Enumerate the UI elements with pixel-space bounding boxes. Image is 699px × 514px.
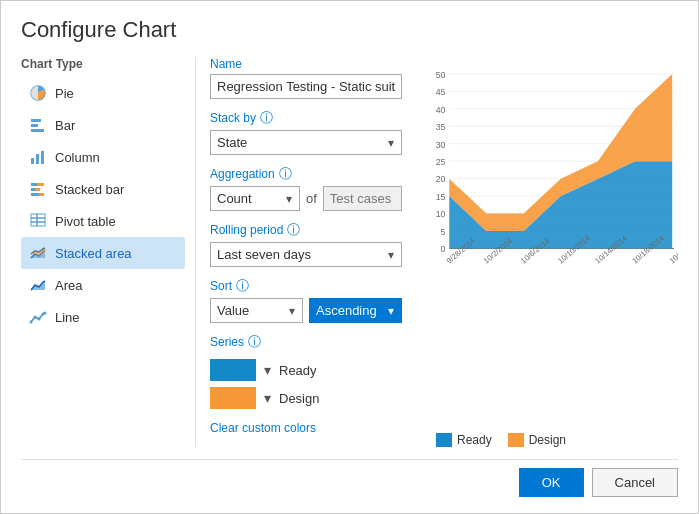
sort-label: Sort ⓘ — [210, 277, 402, 295]
aggregation-row: Count Sum Avg of — [210, 186, 402, 211]
svg-text:20: 20 — [436, 175, 446, 185]
rolling-period-select[interactable]: Last seven days Last 30 days Last 60 day… — [210, 242, 402, 267]
svg-text:25: 25 — [436, 157, 446, 167]
svg-rect-2 — [31, 124, 38, 127]
dialog-title: Configure Chart — [21, 17, 678, 43]
chart-type-stacked-area[interactable]: Stacked area — [21, 237, 185, 269]
legend-item-ready: Ready — [436, 433, 492, 447]
svg-text:35: 35 — [436, 122, 446, 132]
dialog-body: Chart Type Pie Bar — [21, 57, 678, 447]
svg-rect-10 — [35, 188, 40, 191]
cancel-button[interactable]: Cancel — [592, 468, 678, 497]
sort-order-select-wrapper: Ascending Descending — [309, 298, 402, 323]
svg-rect-13 — [31, 214, 37, 218]
series-chevron-ready[interactable]: ▾ — [264, 362, 271, 378]
svg-point-22 — [30, 321, 33, 324]
svg-point-24 — [38, 318, 41, 321]
chart-type-stacked-bar[interactable]: Stacked bar — [21, 173, 185, 205]
svg-rect-16 — [37, 218, 45, 222]
stack-by-info-icon[interactable]: ⓘ — [260, 109, 273, 127]
stacked-bar-label: Stacked bar — [55, 182, 124, 197]
svg-point-23 — [34, 316, 37, 319]
chart-type-line[interactable]: Line — [21, 301, 185, 333]
sort-info-icon[interactable]: ⓘ — [236, 277, 249, 295]
chart-type-label: Chart Type — [21, 57, 185, 71]
svg-rect-7 — [31, 183, 37, 186]
svg-text:45: 45 — [436, 87, 446, 97]
series-info-icon[interactable]: ⓘ — [248, 333, 261, 351]
config-panel: Name Stack by ⓘ State Aggregation ⓘ Coun… — [196, 57, 416, 447]
svg-rect-6 — [41, 151, 44, 164]
chart-type-column[interactable]: Column — [21, 141, 185, 173]
aggregation-select[interactable]: Count Sum Avg — [210, 186, 300, 211]
svg-rect-14 — [37, 214, 45, 218]
ready-area — [449, 161, 672, 248]
series-label-row: Series ⓘ — [210, 333, 402, 351]
stacked-bar-icon — [29, 180, 47, 198]
rolling-period-select-wrapper: Last seven days Last 30 days Last 60 day… — [210, 242, 402, 267]
svg-text:40: 40 — [436, 105, 446, 115]
rolling-period-label: Rolling period ⓘ — [210, 221, 402, 239]
series-chevron-design[interactable]: ▾ — [264, 390, 271, 406]
stacked-area-chart: 50 45 40 35 30 25 20 15 10 5 0 — [426, 57, 678, 277]
chart-type-pie[interactable]: Pie — [21, 77, 185, 109]
svg-rect-1 — [31, 119, 41, 122]
legend-item-design: Design — [508, 433, 566, 447]
column-label: Column — [55, 150, 100, 165]
chart-svg-area: 50 45 40 35 30 25 20 15 10 5 0 — [426, 57, 678, 427]
stacked-area-label: Stacked area — [55, 246, 132, 261]
stack-by-label: Stack by ⓘ — [210, 109, 402, 127]
chart-type-pivot-table[interactable]: Pivot table — [21, 205, 185, 237]
svg-rect-5 — [36, 154, 39, 164]
pie-icon — [29, 84, 47, 102]
bar-icon — [29, 116, 47, 134]
svg-rect-17 — [31, 222, 37, 226]
svg-rect-8 — [37, 183, 44, 186]
line-label: Line — [55, 310, 80, 325]
stack-by-select-wrapper: State — [210, 130, 402, 155]
svg-rect-9 — [31, 188, 35, 191]
series-item-design: ▾ Design — [210, 387, 402, 409]
clear-custom-colors-link[interactable]: Clear custom colors — [210, 421, 316, 435]
svg-rect-3 — [31, 129, 44, 132]
legend-color-ready — [436, 433, 452, 447]
svg-text:30: 30 — [436, 140, 446, 150]
pivot-table-label: Pivot table — [55, 214, 116, 229]
svg-point-26 — [44, 312, 47, 315]
rolling-period-info-icon[interactable]: ⓘ — [287, 221, 300, 239]
test-cases-input[interactable] — [323, 186, 402, 211]
area-icon — [29, 276, 47, 294]
aggregation-label: Aggregation ⓘ — [210, 165, 402, 183]
column-icon — [29, 148, 47, 166]
name-input[interactable] — [210, 74, 402, 99]
series-name-ready: Ready — [279, 363, 317, 378]
sort-order-select[interactable]: Ascending Descending — [309, 298, 402, 323]
area-label: Area — [55, 278, 82, 293]
chart-legend: Ready Design — [426, 433, 566, 447]
svg-rect-15 — [31, 218, 37, 222]
svg-text:15: 15 — [436, 192, 446, 202]
ok-button[interactable]: OK — [519, 468, 584, 497]
stacked-area-icon — [29, 244, 47, 262]
sort-field-select[interactable]: Value Label — [210, 298, 303, 323]
svg-text:50: 50 — [436, 70, 446, 80]
chart-type-panel: Chart Type Pie Bar — [21, 57, 196, 447]
svg-text:5: 5 — [441, 227, 446, 237]
series-color-design[interactable] — [210, 387, 256, 409]
sort-field-select-wrapper: Value Label — [210, 298, 303, 323]
legend-label-design: Design — [529, 433, 566, 447]
series-name-design: Design — [279, 391, 319, 406]
series-color-ready[interactable] — [210, 359, 256, 381]
aggregation-select-wrapper: Count Sum Avg — [210, 186, 300, 211]
aggregation-of-label: of — [306, 191, 317, 206]
svg-text:10: 10 — [436, 209, 446, 219]
svg-rect-4 — [31, 158, 34, 164]
series-label: Series — [210, 335, 244, 349]
chart-type-bar[interactable]: Bar — [21, 109, 185, 141]
svg-text:0: 0 — [441, 244, 446, 254]
chart-preview-panel: 50 45 40 35 30 25 20 15 10 5 0 — [416, 57, 678, 447]
aggregation-info-icon[interactable]: ⓘ — [279, 165, 292, 183]
stack-by-select[interactable]: State — [210, 130, 402, 155]
chart-type-area[interactable]: Area — [21, 269, 185, 301]
name-field-label: Name — [210, 57, 402, 71]
